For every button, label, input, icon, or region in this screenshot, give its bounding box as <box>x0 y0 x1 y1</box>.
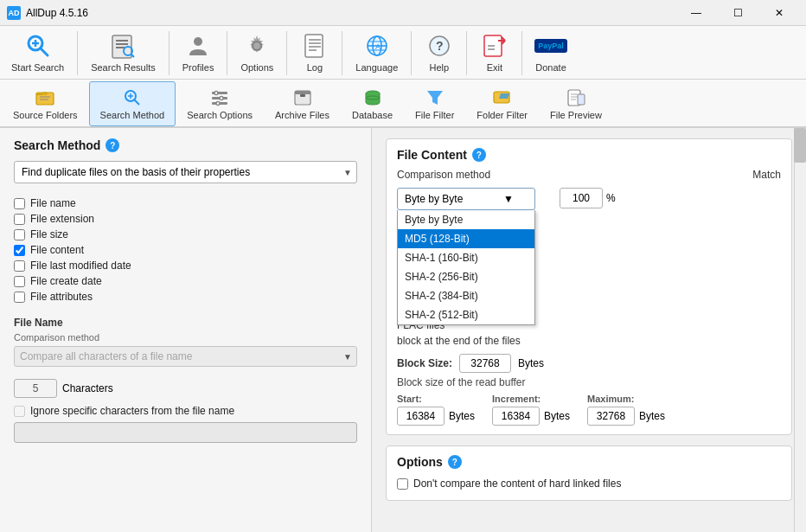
toolbar-sep-5 <box>342 31 342 75</box>
maximum-unit: Bytes <box>639 410 665 422</box>
options-label: Options <box>240 62 273 74</box>
file-extension-checkbox-row: File extension <box>14 211 357 227</box>
file-create-date-checkbox[interactable] <box>14 276 25 287</box>
options-title: Options ? <box>397 455 781 469</box>
dropdown-option-md5[interactable]: MD5 (128-Bit) <box>398 229 534 248</box>
archive-files-icon <box>292 87 313 108</box>
source-folders-icon <box>35 87 55 108</box>
file-content-checkbox-row: File content <box>14 242 357 258</box>
file-extension-checkbox[interactable] <box>14 214 25 225</box>
file-content-help-icon[interactable]: ? <box>472 148 486 162</box>
search-options-button[interactable]: Search Options <box>176 81 264 126</box>
log-label: Log <box>307 62 323 74</box>
minimize-button[interactable]: — <box>676 0 716 26</box>
comparison-dropdown-btn[interactable]: Byte by Byte ▼ <box>397 188 535 210</box>
block-size-row: Block Size: Bytes <box>397 354 781 373</box>
method-dropdown[interactable]: Find duplicate files on the basis of the… <box>14 161 357 183</box>
search-options-icon <box>209 87 230 108</box>
svg-point-10 <box>194 37 202 46</box>
toolbar-sep-3 <box>227 31 227 75</box>
archive-files-label: Archive Files <box>275 110 329 120</box>
profiles-label: Profiles <box>182 62 214 74</box>
source-folders-button[interactable]: Source Folders <box>2 81 89 126</box>
folder-filter-icon <box>492 87 513 108</box>
increment-input[interactable] <box>492 407 540 426</box>
language-button[interactable]: A Language <box>346 28 407 79</box>
toolbar-sep-2 <box>169 31 170 75</box>
file-extension-label: File extension <box>30 213 94 225</box>
maximize-button[interactable]: ☐ <box>718 0 758 26</box>
title-bar: AD AllDup 4.5.16 — ☐ ✕ <box>0 0 806 26</box>
scrollbar-thumb[interactable] <box>794 128 806 163</box>
file-size-checkbox[interactable] <box>14 229 25 240</box>
increment-unit: Bytes <box>544 410 570 422</box>
comparison-dropdown-arrow-icon: ▼ <box>503 193 514 205</box>
donate-button[interactable]: PayPal Donate <box>526 28 575 79</box>
characters-input[interactable] <box>14 379 57 398</box>
help-label: Help <box>429 62 449 74</box>
ignore-chars-checkbox[interactable] <box>14 406 25 417</box>
characters-row: Characters <box>14 379 357 398</box>
log-button[interactable]: Log <box>291 28 338 79</box>
svg-text:?: ? <box>436 39 444 53</box>
app-icon: AD <box>7 6 21 20</box>
hard-linked-label: Don't compare the content of hard linked… <box>413 478 621 490</box>
block-size-input[interactable] <box>459 354 511 373</box>
hard-linked-checkbox[interactable] <box>397 478 408 490</box>
filename-comparison-dropdown[interactable]: Compare all characters of a file name <box>14 346 357 367</box>
file-filter-label: File Filter <box>415 110 454 120</box>
svg-rect-45 <box>295 91 310 94</box>
dropdown-option-byte[interactable]: Byte by Byte <box>398 210 534 229</box>
database-label: Database <box>352 110 393 120</box>
options-help-icon[interactable]: ? <box>448 455 462 469</box>
search-results-button[interactable]: Search Results <box>81 28 165 79</box>
database-button[interactable]: Database <box>341 81 404 126</box>
block-size-label: Block Size: <box>397 357 452 369</box>
archive-files-button[interactable]: Archive Files <box>264 81 341 126</box>
start-input[interactable] <box>397 407 445 426</box>
folder-filter-button[interactable]: Folder Filter <box>465 81 539 126</box>
toolbar-sep-8 <box>521 31 522 75</box>
file-name-checkbox[interactable] <box>14 198 25 209</box>
dropdown-option-sha1[interactable]: SHA-1 (160-Bit) <box>398 248 534 267</box>
search-results-label: Search Results <box>91 62 156 74</box>
file-filter-button[interactable]: File Filter <box>404 81 465 126</box>
comparison-method-sub-label: Comparison method <box>14 332 357 343</box>
search-results-icon <box>109 32 137 60</box>
options-button[interactable]: Options <box>231 28 283 79</box>
match-input[interactable] <box>560 188 603 208</box>
close-button[interactable]: ✕ <box>759 0 799 26</box>
file-attributes-checkbox[interactable] <box>14 292 25 303</box>
options-icon <box>243 32 271 60</box>
folder-filter-label: Folder Filter <box>477 110 528 120</box>
donate-label: Donate <box>535 62 566 74</box>
profiles-icon <box>184 32 212 60</box>
dropdown-option-sha384[interactable]: SHA-2 (384-Bit) <box>398 286 534 305</box>
database-icon <box>362 87 383 108</box>
profiles-button[interactable]: Profiles <box>173 28 224 79</box>
file-preview-icon <box>566 87 586 108</box>
dropdown-option-sha256[interactable]: SHA-2 (256-Bit) <box>398 267 534 286</box>
start-search-button[interactable]: Start Search <box>2 28 74 79</box>
search-method-button[interactable]: Search Method <box>89 81 176 126</box>
start-label: Start: <box>397 394 475 404</box>
comparison-dropdown-container: Byte by Byte ▼ Byte by Byte MD5 (128-Bit… <box>397 188 535 210</box>
file-last-modified-checkbox[interactable] <box>14 260 25 272</box>
scrollbar-track[interactable] <box>794 128 806 532</box>
method-dropdown-container: Find duplicate files on the basis of the… <box>14 161 357 183</box>
maximum-col: Maximum: Bytes <box>587 394 665 426</box>
match-label: Match <box>752 169 781 181</box>
ignore-chars-input[interactable] <box>14 422 357 443</box>
file-name-section-title: File Name <box>14 317 357 329</box>
file-preview-button[interactable]: File Preview <box>539 81 613 126</box>
search-method-help-icon[interactable]: ? <box>106 138 119 152</box>
maximum-input[interactable] <box>587 407 635 426</box>
dropdown-option-sha512[interactable]: SHA-2 (512-Bit) <box>398 305 534 324</box>
file-content-checkbox[interactable] <box>14 245 25 256</box>
svg-marker-49 <box>427 91 443 105</box>
file-attributes-label: File attributes <box>30 291 93 303</box>
help-button[interactable]: ? Help <box>415 28 463 79</box>
file-name-label: File name <box>30 197 76 209</box>
log-icon <box>301 32 329 60</box>
exit-button[interactable]: Exit <box>470 28 518 79</box>
